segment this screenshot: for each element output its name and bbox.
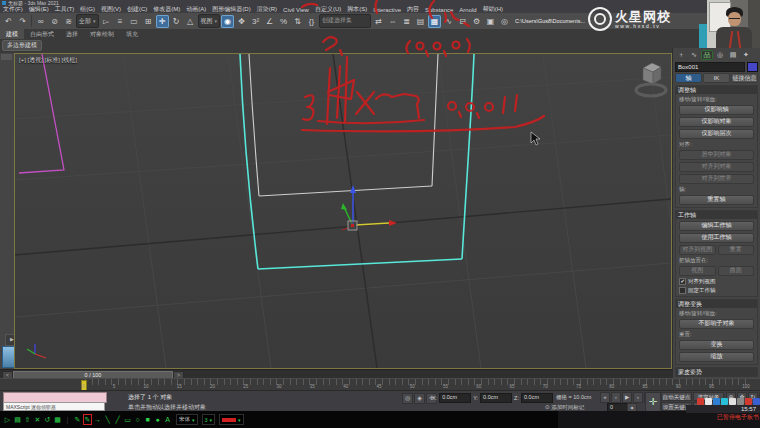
named-selection-set-field[interactable]: 创建选择集 — [319, 14, 371, 28]
use-working-pivot-button[interactable]: 使用工作轴 — [679, 233, 754, 243]
use-pivot-center-icon[interactable]: ◉ — [221, 15, 234, 28]
align-to-view-checkbox[interactable]: ✔ 对齐到视图 — [679, 278, 754, 285]
pointer-icon[interactable]: ▷ — [3, 414, 12, 425]
reset-pivot-button[interactable]: 重置轴 — [679, 195, 754, 205]
tray-icon[interactable] — [721, 398, 728, 405]
ellipse-tool-icon[interactable]: ○ — [133, 414, 142, 425]
spinner-snap-icon[interactable]: ⇅ — [291, 15, 304, 28]
menu-item[interactable]: Interactive — [370, 7, 404, 13]
create-tab-icon[interactable]: ＋ — [675, 50, 687, 60]
rectangle-tool-icon[interactable]: ▭ — [123, 414, 132, 425]
percent-snap-icon[interactable]: % — [277, 15, 290, 28]
highlighter-icon[interactable]: ✎ — [73, 414, 82, 425]
save-icon[interactable]: ▤ — [13, 414, 22, 425]
arrow-tool-icon[interactable]: → — [93, 414, 102, 425]
hierarchy-tab-icon[interactable]: 品 — [701, 50, 713, 60]
previous-frame-icon[interactable]: ‹ — [611, 392, 621, 403]
tray-icon[interactable] — [705, 398, 712, 405]
edit-working-pivot-button[interactable]: 编辑工作轴 — [679, 221, 754, 231]
rect-selection-region-icon[interactable]: ▭ — [128, 15, 141, 28]
link-info-sub-tab[interactable]: 链接信息 — [731, 73, 758, 83]
viewcube[interactable] — [636, 63, 666, 96]
thin-line-tool-icon[interactable]: ╱ — [113, 414, 122, 425]
filled-rectangle-tool-icon[interactable]: ■ — [143, 414, 152, 425]
tray-icon[interactable] — [713, 398, 720, 405]
unlink-selection-icon[interactable]: ⊘ — [48, 15, 61, 28]
selection-lock-icon[interactable]: ◈ — [414, 393, 425, 404]
align-to-view-button[interactable]: 对齐到视图 — [679, 245, 716, 255]
place-surface-button[interactable]: 曲面 — [718, 266, 755, 276]
rollout-header[interactable]: 工作轴 — [676, 211, 757, 219]
affect-hierarchy-only-button[interactable]: 仅影响层次 — [679, 129, 754, 139]
play-icon[interactable]: ▶ — [622, 392, 632, 403]
object-name-field[interactable]: Box001 — [675, 62, 745, 72]
rendered-frame-window-icon[interactable]: ▣ — [484, 15, 497, 28]
select-and-link-icon[interactable]: ∞ — [34, 15, 47, 28]
menu-item[interactable]: Arnold — [456, 7, 479, 13]
tray-icon[interactable] — [729, 398, 736, 405]
ribbon-toggle-icon[interactable]: ▦ — [428, 15, 441, 28]
line-tool-icon[interactable]: ╲ — [103, 414, 112, 425]
affect-pivot-only-button[interactable]: 仅影响轴 — [679, 105, 754, 115]
tray-icon[interactable] — [753, 398, 760, 405]
snap-toggle-icon[interactable]: 3² — [249, 15, 262, 28]
undo-icon[interactable]: ↶ — [2, 15, 15, 28]
redo-icon[interactable]: ↷ — [16, 15, 29, 28]
menu-item[interactable]: Civil View — [280, 7, 312, 13]
pivot-sub-tab[interactable]: 轴 — [675, 73, 702, 83]
select-by-name-icon[interactable]: ≡ — [114, 15, 127, 28]
capture-icon[interactable]: ▦ — [53, 414, 62, 425]
select-object-icon[interactable]: ▻ — [100, 15, 113, 28]
polygon-modeling-panel-button[interactable]: 多边形建模 — [2, 40, 42, 51]
separator[interactable]: | — [63, 414, 72, 425]
select-and-manipulate-icon[interactable]: ✥ — [235, 15, 248, 28]
align-to-object-button[interactable]: 对齐到对象 — [679, 162, 754, 172]
affect-object-only-button[interactable]: 仅影响对象 — [679, 117, 754, 127]
selected-box-wireframe[interactable] — [240, 54, 474, 269]
align-to-world-button[interactable]: 对齐到世界 — [679, 174, 754, 184]
motion-tab-icon[interactable]: ◎ — [714, 50, 726, 60]
ribbon-tab-freeform[interactable]: 自由形式 — [24, 29, 60, 39]
lock-working-pivot-checkbox[interactable]: 固定工作轴 — [679, 287, 754, 294]
isolate-selection-icon[interactable]: ◎ — [402, 393, 413, 404]
z-coordinate-field[interactable]: 0.0cm — [521, 393, 553, 403]
ik-sub-tab[interactable]: IK — [703, 73, 730, 83]
rollout-header[interactable]: 蒙皮姿势 — [676, 368, 757, 376]
tray-icon[interactable] — [737, 398, 744, 405]
edit-named-selections-icon[interactable]: {} — [305, 15, 318, 28]
set-keys-button[interactable]: ✛ — [645, 392, 661, 412]
reset-button[interactable]: 重置 — [718, 245, 755, 255]
perspective-viewport[interactable]: [+] [透视] [标准] [线框] — [14, 53, 672, 369]
close-icon[interactable]: ✕ — [33, 414, 42, 425]
object-color-swatch[interactable] — [747, 62, 758, 72]
align-icon[interactable]: ⇔ — [386, 15, 399, 28]
render-setup-icon[interactable]: ⚙ — [470, 15, 483, 28]
go-to-start-icon[interactable]: « — [600, 392, 610, 403]
text-tool-icon[interactable]: A — [163, 414, 172, 425]
ribbon-tab-modeling[interactable]: 建模 — [0, 29, 24, 39]
schematic-view-icon[interactable]: ⊟ — [456, 15, 469, 28]
ribbon-tab-object-paint[interactable]: 对象绘制 — [84, 29, 120, 39]
ribbon-tab-selection[interactable]: 选择 — [60, 29, 84, 39]
rotate-icon[interactable]: ↻ — [170, 15, 183, 28]
angle-snap-icon[interactable]: ∠ — [263, 15, 276, 28]
maxscript-mini-listener[interactable]: MAXScript 迷你侦听器 — [3, 402, 105, 411]
display-tab-icon[interactable]: ▤ — [727, 50, 739, 60]
render-production-icon[interactable]: ◎ — [498, 15, 511, 28]
pen-size-dropdown[interactable]: 3▾ — [202, 414, 216, 425]
ribbon-tab-populate[interactable]: 填充 — [120, 29, 144, 39]
next-frame-icon[interactable]: › — [633, 392, 643, 403]
move-icon[interactable]: ✛ — [156, 15, 169, 28]
center-to-object-button[interactable]: 居中到对象 — [679, 150, 754, 160]
x-coordinate-field[interactable]: 0.0cm — [439, 393, 471, 403]
utilities-tab-icon[interactable]: ✦ — [740, 50, 752, 60]
scale-icon[interactable]: △ — [184, 15, 197, 28]
window-crossing-icon[interactable]: ⊞ — [142, 15, 155, 28]
add-time-tag[interactable]: ⊙ 添加时间标记 — [545, 404, 584, 411]
curve-editor-icon[interactable]: ∿ — [442, 15, 455, 28]
tray-icon[interactable] — [697, 398, 704, 405]
filled-ellipse-tool-icon[interactable]: ● — [153, 414, 162, 425]
viewport-label[interactable]: [+] [透视] [标准] [线框] — [19, 56, 77, 65]
rollout-header[interactable]: 调整轴 — [676, 86, 757, 94]
bind-to-spacewarp-icon[interactable]: ≋ — [62, 15, 75, 28]
